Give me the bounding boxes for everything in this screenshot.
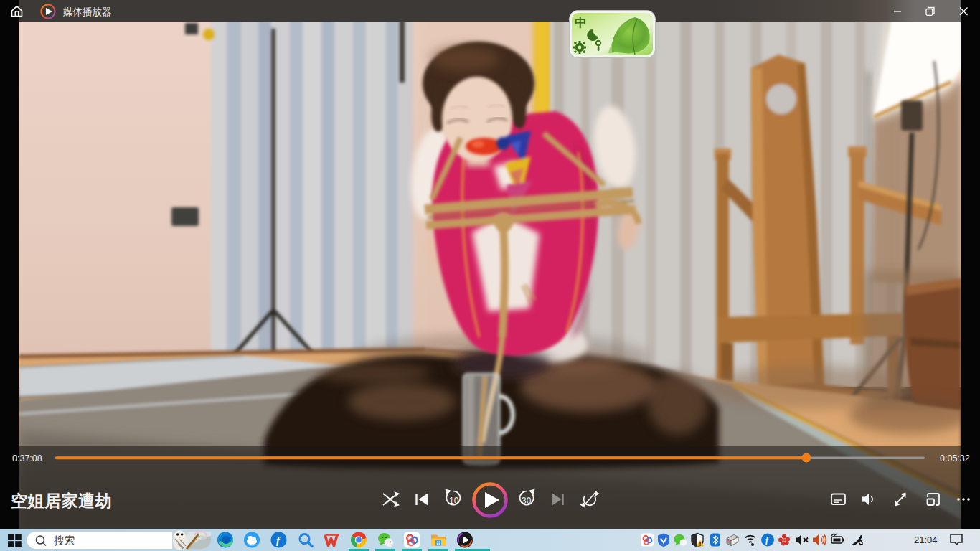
svg-text:30: 30 bbox=[522, 496, 532, 506]
svg-text:中: 中 bbox=[575, 16, 587, 29]
svg-text:0:37:08: 0:37:08 bbox=[12, 453, 42, 463]
svg-text:10: 10 bbox=[449, 496, 459, 506]
svg-text:21:04: 21:04 bbox=[914, 534, 938, 545]
svg-text:0:05:32: 0:05:32 bbox=[940, 453, 970, 463]
svg-text:搜索: 搜索 bbox=[54, 534, 75, 546]
